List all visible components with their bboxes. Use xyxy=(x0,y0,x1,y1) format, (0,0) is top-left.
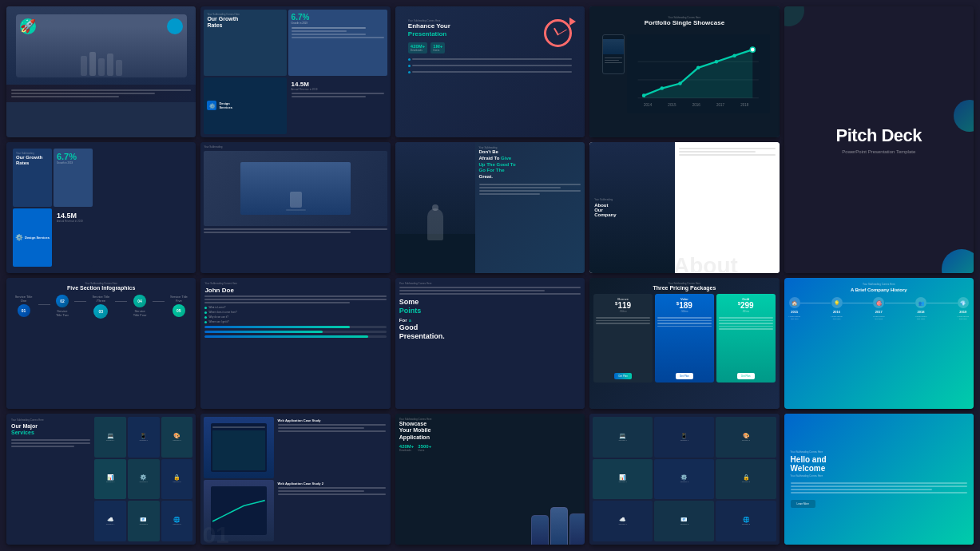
service-cell-4: 📊 Service 4 xyxy=(593,459,653,500)
learn-more-btn[interactable]: Learn More xyxy=(791,500,815,508)
slide-five-section-infographics[interactable]: Your Subheading Comes Here Five Section … xyxy=(6,278,196,409)
slide-web-app-case-study[interactable]: Web Application Case Study xyxy=(200,414,390,545)
points-body xyxy=(399,287,581,295)
services-title: Our MajorServices xyxy=(11,423,90,437)
slide-major-services[interactable]: Your Subheading Comes Here Our MajorServ… xyxy=(6,414,196,545)
case2-title: Web Application Case Study 2 xyxy=(278,482,386,486)
hello-company-sub: Your Subheading Comes Here xyxy=(791,474,967,478)
growth-stat-label: Growth in 2019 xyxy=(292,22,384,25)
service-cell-8: 📧 Service 8 xyxy=(654,501,714,541)
svg-point-8 xyxy=(715,60,719,64)
svg-text:2014: 2014 xyxy=(644,103,653,107)
slide-grid: 🚀 xyxy=(0,0,980,551)
stat-downloads: 420M+ Downloads xyxy=(408,42,428,54)
slide-team-photo[interactable]: 🚀 xyxy=(6,6,196,137)
growth-stat-value: 6.7% xyxy=(292,13,384,22)
svg-point-10 xyxy=(750,47,755,52)
service-cell-6: 🔒 Service 6 xyxy=(716,459,776,500)
revenue-value: 14.5M xyxy=(292,81,384,88)
svg-marker-3 xyxy=(644,50,752,98)
afraid-title: Don't BeAfraid To GiveUp The Good ToGo F… xyxy=(479,149,581,180)
johndoe-name: John Doe xyxy=(204,287,386,294)
points-subtitle: Your Subheading Comes Here xyxy=(399,282,581,285)
icon-rocket: 🚀 xyxy=(20,18,36,34)
showcase-stat-2: 3500+ Users xyxy=(418,444,431,452)
slide-growth-stats-big[interactable]: Your Subheading Comes Here Our GrowthRat… xyxy=(200,6,390,137)
revenue-big: 14.5M xyxy=(57,212,89,220)
svg-text:2016: 2016 xyxy=(692,103,701,107)
hello-title: Hello andWelcome xyxy=(791,455,967,473)
hello-desc xyxy=(791,481,967,495)
services-subtitle: Your Subheading Comes Here xyxy=(11,418,90,422)
slide-portfolio-single[interactable]: Your Subheading Comes Here Portfolio Sin… xyxy=(589,6,779,137)
slide-about-company[interactable]: Your Subheading AboutOurCompany About xyxy=(589,142,779,273)
mobile-dev-subtitle: Your Subheading xyxy=(204,145,387,149)
about-subtitle: Your Subheading xyxy=(594,198,670,201)
revenue-label: Annual Revenue in 2019 xyxy=(292,88,384,91)
slide-enhance-presentation[interactable]: Your Subheading Comes Here Enhance YourP… xyxy=(395,6,585,137)
slide-showcase-mobile[interactable]: Your Subheading Comes Here ShowcaseYour … xyxy=(395,414,585,545)
svg-point-7 xyxy=(696,66,700,70)
johndoe-subtitle: Your Subheading Comes Here xyxy=(204,282,386,285)
slide-company-history[interactable]: Your Subheading Comes Here A Brief Compa… xyxy=(784,278,974,409)
hello-subtitle: Your Subheading Comes Here xyxy=(791,450,967,454)
pricing-title: Three Pricing Packages xyxy=(593,285,775,291)
service-cell-7: ☁️ Service 7 xyxy=(593,501,653,541)
service-cell-2: 📱 Service 2 xyxy=(654,417,714,458)
design-services-label: Design Services xyxy=(25,236,50,240)
history-title: A Brief Company History xyxy=(789,287,969,292)
slide-growth-small[interactable]: Your Subheading Our GrowthRates 6.7% Gro… xyxy=(6,142,196,273)
svg-text:2015: 2015 xyxy=(669,103,677,107)
svg-point-6 xyxy=(678,81,682,85)
growth-title: Our GrowthRates xyxy=(207,16,283,30)
slide-three-pricing[interactable]: Your Subheading Comes Here Three Pricing… xyxy=(589,278,779,409)
svg-point-5 xyxy=(661,86,665,90)
slide-dont-be-afraid[interactable]: Your Subheading Don't BeAfraid To GiveUp… xyxy=(395,142,585,273)
enhance-title: Enhance YourPresentation xyxy=(408,22,506,38)
case1-title: Web Application Case Study xyxy=(278,418,386,422)
growth-in-2019: Growth in 2019 xyxy=(57,161,89,165)
svg-point-4 xyxy=(642,93,646,97)
portfolio-title: Portfolio Single Showcase xyxy=(599,19,769,26)
service-cell-3: 🎨 Service 3 xyxy=(716,417,776,458)
pitch-deck-subtitle: PowerPoint Presentation Template xyxy=(842,149,915,154)
svg-text:2018: 2018 xyxy=(740,103,749,107)
about-title: AboutOurCompany xyxy=(594,203,670,217)
slide-john-doe[interactable]: Your Subheading Comes Here John Doe What… xyxy=(200,278,390,409)
service-cell-9: 🌐 Service 9 xyxy=(716,501,776,541)
case-study-num: 01 xyxy=(202,521,228,545)
growth-pct: 6.7% xyxy=(57,152,89,161)
service-cell-5: ⚙️ Service 5 xyxy=(654,459,714,500)
showcase-title: ShowcaseYour MobileApplication xyxy=(399,421,499,441)
slide-hello-welcome[interactable]: Your Subheading Comes Here Hello andWelc… xyxy=(784,414,974,545)
slide-mobile-app-dev[interactable]: Your Subheading xyxy=(200,142,390,273)
design-label: DesignServices xyxy=(219,101,232,109)
service-cell-1: 💻 Service 1 xyxy=(593,417,653,458)
slide-pitch-deck[interactable]: Pitch Deck PowerPoint Presentation Templ… xyxy=(784,6,974,273)
growth-rate-title: Our GrowthRates xyxy=(16,155,49,166)
pitch-deck-title: Pitch Deck xyxy=(836,125,922,146)
svg-point-9 xyxy=(733,54,737,57)
about-watermark: About xyxy=(675,255,738,273)
stat-users: 1M+ Users xyxy=(430,42,445,54)
icon-star xyxy=(167,18,183,34)
slide-some-points[interactable]: Your Subheading Comes Here SomePointsFor… xyxy=(395,278,585,409)
history-subtitle: Your Subheading Comes Here xyxy=(789,283,969,286)
showcase-stat-1: 420M+ Downloads xyxy=(399,444,415,452)
svg-text:2017: 2017 xyxy=(716,103,725,107)
slide-services-grid[interactable]: 💻 Service 1 📱 Service 2 🎨 Service 3 📊 Se… xyxy=(589,414,779,545)
infographics-title: Five Section Infographics xyxy=(10,285,192,291)
some-points-title: SomePointsFor aGoodPresentation. xyxy=(399,298,581,341)
